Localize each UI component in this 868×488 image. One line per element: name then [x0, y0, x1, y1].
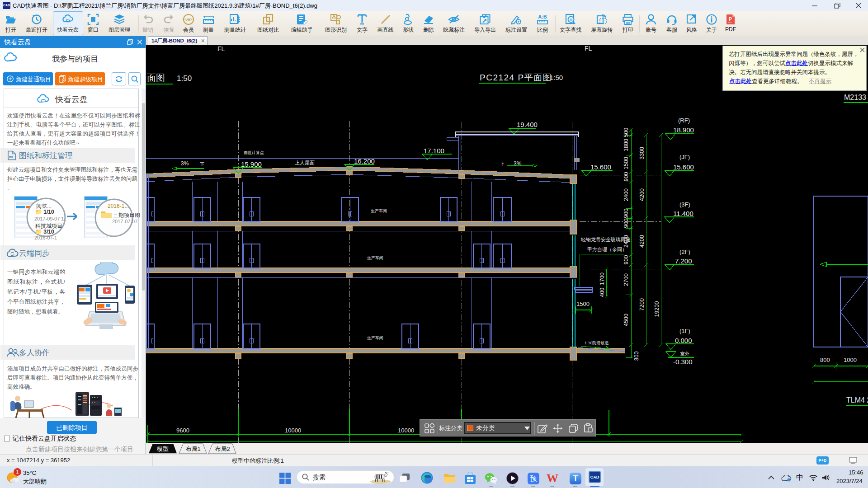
svg-text:2700: 2700: [623, 273, 629, 286]
svg-text:15.600: 15.600: [590, 163, 611, 171]
svg-text:0.000: 0.000: [675, 337, 692, 344]
svg-text:(RF): (RF): [678, 117, 690, 124]
svg-text:室外: 室外: [680, 351, 689, 356]
svg-text:16.200: 16.200: [354, 157, 375, 165]
svg-text:1:50: 1:50: [177, 74, 192, 83]
svg-text:-0.300: -0.300: [673, 358, 693, 366]
svg-text:轻钢龙骨安全玻璃雨篷: 轻钢龙骨安全玻璃雨篷: [581, 237, 631, 242]
svg-text:11.400: 11.400: [673, 210, 693, 217]
svg-text:A: A: [570, 17, 573, 22]
svg-text:19.400: 19.400: [517, 121, 538, 128]
svg-text:15.900: 15.900: [241, 160, 262, 168]
svg-text:(2F): (2F): [679, 249, 690, 255]
svg-text:布局2: 布局2: [214, 446, 230, 452]
svg-text:4500: 4500: [623, 314, 629, 326]
svg-text:900: 900: [623, 255, 629, 265]
svg-text:雨度计算点: 雨度计算点: [244, 150, 264, 155]
svg-text:(1F): (1F): [679, 328, 690, 334]
svg-text:7.200: 7.200: [675, 257, 692, 265]
svg-text:18.900: 18.900: [673, 126, 694, 134]
svg-text:FL: FL: [585, 45, 592, 52]
svg-text:1500: 1500: [623, 157, 629, 169]
svg-text:P: P: [729, 16, 732, 22]
svg-text:400: 400: [599, 288, 605, 297]
svg-text:A:B: A:B: [538, 14, 547, 19]
svg-text:1:50: 1:50: [550, 74, 563, 81]
svg-text:17.100: 17.100: [424, 147, 444, 155]
svg-text:下: 下: [200, 162, 204, 167]
svg-text:(3F): (3F): [679, 201, 690, 208]
svg-text:2400: 2400: [623, 188, 629, 201]
svg-text:上人屋面: 上人屋面: [295, 160, 315, 165]
svg-text:7200: 7200: [639, 298, 645, 311]
svg-text:1000: 1000: [844, 357, 857, 363]
svg-text:3300: 3300: [639, 147, 645, 160]
svg-text:TLM4 2: TLM4 2: [846, 396, 868, 404]
svg-text:M2133: M2133: [844, 94, 866, 101]
svg-text:生产车间: 生产车间: [371, 209, 387, 213]
svg-text:下: 下: [500, 161, 505, 166]
svg-text:1800: 1800: [623, 139, 629, 151]
svg-text:PC2124 P平面图: PC2124 P平面图: [480, 73, 552, 82]
svg-text:15.600: 15.600: [673, 163, 694, 171]
svg-text:面图: 面图: [147, 73, 165, 83]
svg-text:10000: 10000: [285, 427, 301, 434]
svg-text:模型: 模型: [156, 446, 169, 452]
svg-text:300: 300: [633, 352, 640, 361]
svg-text:4200: 4200: [639, 188, 645, 201]
svg-text:500: 500: [623, 128, 629, 137]
svg-text:甲方自理（余同）: 甲方自理（余同）: [587, 247, 627, 252]
svg-text:生产车间: 生产车间: [367, 336, 383, 340]
svg-text:生产车间: 生产车间: [367, 256, 383, 260]
svg-text:1700: 1700: [599, 272, 605, 285]
svg-text:FL: FL: [217, 45, 225, 52]
svg-text:4200: 4200: [639, 235, 645, 248]
svg-text:VIP: VIP: [185, 18, 192, 22]
svg-text:900: 900: [623, 172, 629, 182]
svg-text:900: 900: [623, 219, 629, 228]
svg-text:(JF): (JF): [679, 154, 690, 160]
svg-text:800: 800: [820, 357, 830, 363]
svg-text:DWG: DWG: [9, 156, 14, 158]
svg-text:1 10防滑坡道: 1 10防滑坡道: [585, 341, 609, 345]
svg-text:900: 900: [623, 209, 629, 218]
svg-text:i: i: [788, 479, 789, 481]
svg-text:3%: 3%: [181, 160, 189, 167]
svg-text:3%: 3%: [514, 160, 522, 167]
svg-text:布局1: 布局1: [185, 446, 200, 452]
svg-text:19200: 19200: [654, 301, 660, 317]
svg-text:10000: 10000: [398, 427, 414, 434]
svg-text:1500: 1500: [576, 300, 590, 307]
svg-text:9600: 9600: [176, 427, 189, 434]
